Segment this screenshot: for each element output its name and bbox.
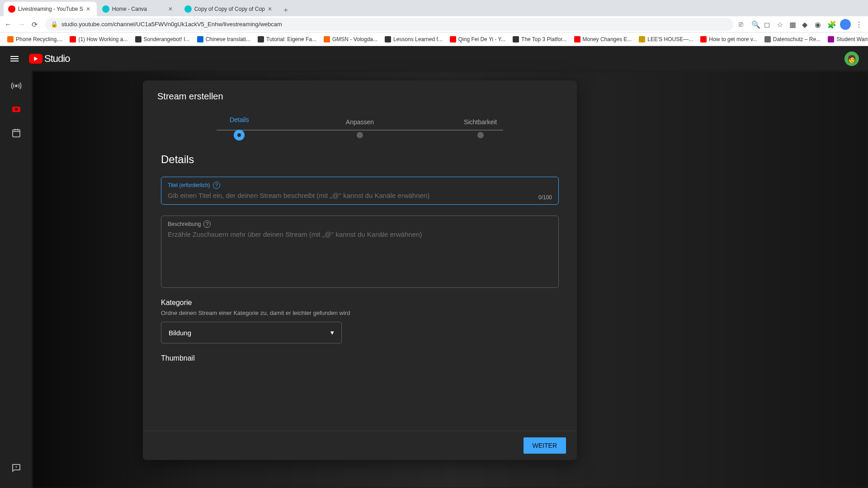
- bookmark-icon: [135, 36, 142, 42]
- youtube-icon: [29, 54, 42, 64]
- bookmark-icon: [197, 36, 203, 42]
- category-title: Kategorie: [161, 299, 559, 307]
- bookmark-item[interactable]: Phone Recycling,...: [5, 34, 65, 44]
- bookmark-icon: [700, 36, 707, 42]
- bookmark-item[interactable]: The Top 3 Platfor...: [510, 34, 570, 44]
- description-field[interactable]: Beschreibung ?: [161, 216, 559, 288]
- create-stream-modal: Stream erstellen Details Anpassen Sich: [143, 80, 577, 460]
- zoom-icon[interactable]: 🔍: [751, 20, 760, 28]
- bookmark-icon: [764, 36, 771, 42]
- stepper: Details Anpassen Sichtbarkeit: [143, 109, 577, 144]
- back-icon[interactable]: ←: [5, 20, 13, 28]
- youtube-studio-logo[interactable]: Studio: [29, 53, 70, 65]
- url-input[interactable]: 🔒 studio.youtube.com/channel/UC1a5FWVn0g…: [45, 18, 733, 31]
- logo-text: Studio: [44, 53, 70, 65]
- close-icon[interactable]: ✕: [168, 6, 175, 12]
- forward-icon[interactable]: →: [18, 20, 26, 28]
- user-avatar[interactable]: 🧑: [844, 52, 859, 66]
- browser-tab[interactable]: Home - Canva ✕: [98, 2, 179, 16]
- step-dot-icon: [477, 132, 484, 138]
- address-bar: ← → ⟳ 🔒 studio.youtube.com/channel/UC1a5…: [0, 16, 868, 33]
- url-text: studio.youtube.com/channel/UC1a5FWVn0gUk…: [61, 21, 728, 28]
- bookmark-label: (1) How Working a...: [78, 36, 127, 42]
- sidebar-stream-icon[interactable]: [5, 75, 27, 97]
- browser-tab[interactable]: Copy of Copy of Copy of Cop ✕: [180, 2, 278, 16]
- description-label: Beschreibung: [168, 221, 201, 227]
- bookmark-icon: [70, 36, 76, 42]
- canva-icon: [184, 5, 192, 13]
- svg-point-2: [15, 108, 18, 111]
- step-dot-icon: [234, 130, 245, 141]
- step-visibility[interactable]: Sichtbarkeit: [420, 118, 541, 138]
- bookmark-item[interactable]: GMSN - Vologda...: [321, 34, 380, 44]
- star-icon[interactable]: ☆: [777, 20, 785, 28]
- bookmark-item[interactable]: Money Changes E...: [571, 34, 635, 44]
- bookmark-label: Qing Fei De Yi - Y...: [458, 36, 505, 42]
- step-details[interactable]: Details: [179, 116, 300, 141]
- bookmark-icon: [574, 36, 580, 42]
- stepper-line: [217, 130, 503, 131]
- bookmark-label: Datenschutz – Re...: [773, 36, 821, 42]
- bookmark-label: The Top 3 Platfor...: [521, 36, 567, 42]
- bookmark-item[interactable]: Sonderangebot! I...: [132, 34, 193, 44]
- menu-icon[interactable]: ⋮: [855, 20, 863, 28]
- bookmark-item[interactable]: Lessons Learned f...: [382, 34, 445, 44]
- svg-rect-3: [13, 130, 20, 137]
- title-label: Titel (erforderlich): [168, 182, 210, 188]
- bookmark-label: How to get more v...: [709, 36, 757, 42]
- bookmarks-bar: Phone Recycling,...(1) How Working a...S…: [0, 33, 868, 46]
- bookmark-label: Tutorial: Eigene Fa...: [266, 36, 316, 42]
- bookmark-item[interactable]: Tutorial: Eigene Fa...: [255, 34, 319, 44]
- bookmark-label: Money Changes E...: [583, 36, 632, 42]
- close-icon[interactable]: ✕: [268, 6, 274, 12]
- bookmark-item[interactable]: Qing Fei De Yi - Y...: [447, 34, 508, 44]
- bookmark-item[interactable]: Chinese translati...: [194, 34, 253, 44]
- description-input[interactable]: [168, 230, 552, 280]
- help-icon[interactable]: ?: [213, 182, 220, 189]
- category-select[interactable]: Bildung ▾: [161, 322, 342, 343]
- bookmark-item[interactable]: (1) How Working a...: [67, 34, 130, 44]
- bookmark-item[interactable]: Datenschutz – Re...: [762, 34, 823, 44]
- step-dot-icon: [357, 132, 363, 138]
- hamburger-icon[interactable]: [9, 53, 20, 64]
- lock-icon: 🔒: [51, 21, 58, 28]
- bookmark-item[interactable]: LEE'S HOUSE—...: [636, 34, 696, 44]
- chevron-down-icon: ▾: [330, 328, 334, 337]
- tab-title: Livestreaming - YouTube S: [18, 6, 83, 12]
- bookmark-icon: [385, 36, 391, 42]
- tab-title: Copy of Copy of Copy of Cop: [194, 6, 265, 12]
- bookmark-label: Lessons Learned f...: [393, 36, 443, 42]
- youtube-icon: [8, 5, 15, 13]
- cast-icon[interactable]: ◻: [764, 20, 772, 28]
- step-customize[interactable]: Anpassen: [300, 118, 420, 138]
- sidebar: [0, 71, 33, 488]
- bookmark-icon: [324, 36, 330, 42]
- sidebar-manage-icon[interactable]: [5, 122, 27, 144]
- bookmark-icon: [828, 36, 834, 42]
- bookmark-icon: [7, 36, 14, 42]
- new-tab-button[interactable]: ＋: [279, 4, 292, 16]
- bookmark-label: Sonderangebot! I...: [144, 36, 190, 42]
- browser-tab-bar: Livestreaming - YouTube S ✕ Home - Canva…: [0, 0, 868, 16]
- bookmark-icon: [513, 36, 519, 42]
- sidebar-webcam-icon[interactable]: [5, 99, 27, 120]
- close-icon[interactable]: ✕: [86, 6, 92, 12]
- extension-icon[interactable]: ◉: [815, 20, 823, 28]
- camera-icon[interactable]: ⎚: [739, 20, 747, 28]
- help-icon[interactable]: ?: [203, 221, 211, 228]
- bookmark-item[interactable]: How to get more v...: [698, 34, 760, 44]
- bookmark-label: LEE'S HOUSE—...: [647, 36, 693, 42]
- app-header: Studio 🧑: [0, 46, 868, 71]
- next-button[interactable]: WEITER: [524, 437, 566, 454]
- bookmark-icon: [639, 36, 645, 42]
- extensions-icon[interactable]: 🧩: [827, 20, 835, 28]
- extension-icon[interactable]: ◆: [802, 20, 810, 28]
- profile-avatar[interactable]: [840, 19, 851, 30]
- extension-icon[interactable]: ▦: [789, 20, 797, 28]
- title-field[interactable]: Titel (erforderlich) ? 0/100: [161, 177, 559, 205]
- sidebar-feedback-icon[interactable]: [5, 457, 27, 479]
- bookmark-item[interactable]: Student Wants an...: [825, 34, 868, 44]
- title-input[interactable]: [168, 192, 552, 199]
- reload-icon[interactable]: ⟳: [32, 20, 40, 28]
- browser-tab[interactable]: Livestreaming - YouTube S ✕: [4, 2, 97, 16]
